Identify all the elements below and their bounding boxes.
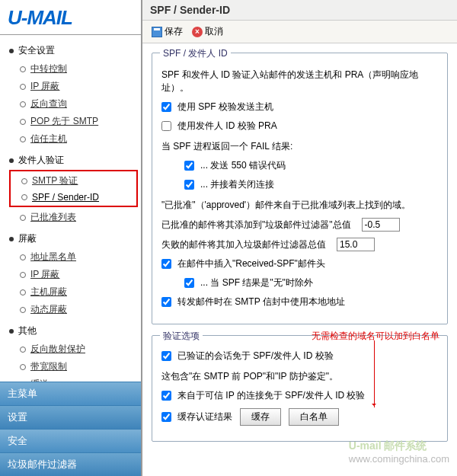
nav-item[interactable]: 反向查询: [9, 95, 141, 113]
label-verified-exempt: 已验证的会话免于 SPF/发件人 ID 校验: [177, 350, 334, 363]
nav-item[interactable]: 地址黑名单: [9, 248, 141, 266]
spf-fieldset: SPF / 发件人 ID SPF 和发件人 ID 验证入站邮件的发送主机和 PR…: [152, 53, 448, 324]
nav-section[interactable]: 屏蔽: [9, 231, 141, 247]
label-failed-score: 失败的邮件将其加入垃圾邮件过滤器总值: [161, 238, 326, 251]
label-approved-score: 已批准的邮件将其添加到"垃圾邮件过滤器"总值: [161, 219, 351, 232]
nav-section[interactable]: 安全设置: [9, 43, 141, 59]
nav-item[interactable]: 已批准列表: [9, 209, 141, 226]
label-send-550: ... 发送 550 错误代码: [200, 159, 286, 172]
checkbox-trusted-ip[interactable]: [161, 391, 171, 401]
checkbox-use-sid[interactable]: [161, 121, 171, 131]
cache-button[interactable]: 缓存: [240, 408, 281, 426]
toolbar: 保存 ×取消: [142, 21, 457, 43]
checkbox-cache[interactable]: [161, 412, 171, 422]
input-failed-score[interactable]: [337, 238, 375, 251]
page-title: SPF / Sender-ID: [142, 0, 457, 21]
save-button[interactable]: 保存: [149, 24, 186, 40]
nav-section[interactable]: 其他: [9, 323, 141, 339]
nav-item[interactable]: 带宽限制: [9, 358, 141, 375]
checkbox-verified-exempt[interactable]: [161, 351, 171, 361]
checkbox-except-none[interactable]: [184, 278, 194, 288]
label-use-spf: 使用 SPF 校验发送主机: [177, 101, 273, 113]
checkbox-use-spf[interactable]: [161, 102, 171, 112]
watermark: U-mail 邮件系统 www.comingchina.com: [349, 439, 449, 465]
checkbox-close-conn[interactable]: [184, 180, 194, 190]
bottom-tab[interactable]: 安全: [0, 429, 141, 452]
highlight-box: SMTP 验证SPF / Sender-ID: [9, 170, 138, 207]
nav-item[interactable]: 动态屏蔽: [9, 301, 141, 318]
nav-item[interactable]: SMTP 验证: [11, 172, 136, 190]
sidebar-nav: 安全设置中转控制IP 屏蔽反向查询POP 先于 SMTP信任主机发件人验证SMT…: [0, 35, 141, 382]
label-forward-local: 转发邮件时在 SMTP 信封中使用本地地址: [177, 296, 345, 308]
input-approved-score[interactable]: [362, 218, 400, 232]
checkbox-insert-header[interactable]: [161, 259, 171, 269]
checkbox-send-550[interactable]: [184, 161, 194, 171]
bottom-tab[interactable]: 设置: [0, 405, 141, 429]
nav-item[interactable]: IP 屏蔽: [9, 78, 141, 95]
bottom-tab[interactable]: 主菜单: [0, 382, 141, 405]
legend-spf: SPF / 发件人 ID: [160, 47, 231, 60]
whitelist-button[interactable]: 白名单: [289, 408, 339, 426]
annotation-text: 无需检查的域名可以加到白名单: [312, 330, 439, 343]
nav-item[interactable]: 中转控制: [9, 60, 141, 78]
nav-item[interactable]: POP 先于 SMTP: [9, 113, 141, 130]
intro-text: SPF 和发件人 ID 验证入站邮件的发送主机和 PRA（声明响应地址）。: [161, 69, 438, 94]
label-use-sid: 使用发件人 ID 校验 PRA: [177, 120, 277, 133]
fail-label: 当 SPF 进程返回一个 FAIL 结果:: [161, 140, 438, 153]
cancel-button[interactable]: ×取消: [189, 24, 226, 40]
nav-item[interactable]: IP 屏蔽: [9, 266, 141, 283]
legend-verify: 验证选项: [160, 330, 203, 343]
nav-item[interactable]: SPF / Sender-ID: [11, 190, 136, 205]
label-close-conn: ... 并接着关闭连接: [200, 178, 274, 191]
verify-fieldset: 验证选项 无需检查的域名可以加到白名单 已验证的会话免于 SPF/发件人 ID …: [152, 335, 448, 442]
nav-item[interactable]: 反向散射保护: [9, 340, 141, 358]
approved-note: "已批准"（'approved'）邮件来自于已批准域列表上找到的域。: [161, 199, 438, 212]
nav-item[interactable]: 主机屏蔽: [9, 283, 141, 301]
logo: U-MAIL: [0, 0, 141, 34]
label-insert-header: 在邮件中插入"Received-SPF"邮件头: [177, 257, 325, 270]
cancel-icon: ×: [192, 27, 203, 37]
bottom-tab[interactable]: 垃圾邮件过滤器: [0, 452, 141, 476]
label-except-none: ... 当 SPF 结果是"无"时除外: [200, 276, 313, 289]
nav-item[interactable]: 信任主机: [9, 130, 141, 148]
checkbox-forward-local[interactable]: [161, 297, 171, 307]
label-cache: 缓存认证结果: [177, 411, 232, 423]
nav-item[interactable]: 缓送: [9, 375, 141, 382]
label-trusted-ip: 来自于可信 IP 的连接免于 SPF/发件人 ID 校验: [177, 389, 365, 402]
nav-section[interactable]: 发件人验证: [9, 152, 141, 168]
disk-icon: [152, 27, 162, 37]
verify-note: 这包含"在 SMTP 前 POP"和"IP 防护鉴定"。: [161, 370, 438, 383]
